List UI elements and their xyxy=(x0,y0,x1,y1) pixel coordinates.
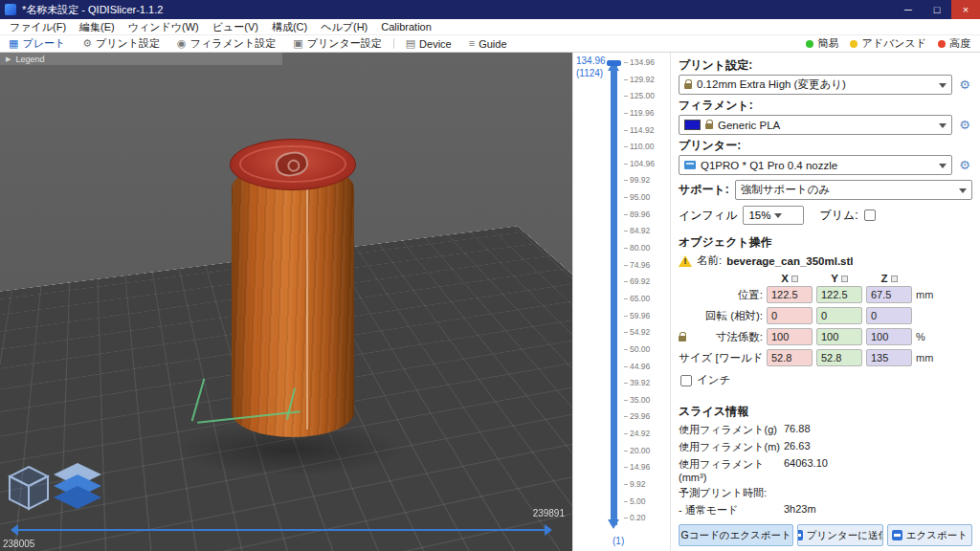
scale-x-field[interactable]: 100 xyxy=(767,328,813,345)
filament-gear-icon[interactable]: ⚙ xyxy=(957,119,972,131)
horizontal-range-slider[interactable] xyxy=(15,529,547,531)
printer-gear-icon[interactable]: ⚙ xyxy=(957,159,972,171)
position-z-field[interactable]: 67.5 xyxy=(866,286,912,303)
layer-tick-labels: 134.96 129.92 125.00 119.96 114.92 110.0… xyxy=(624,58,655,522)
mode-advanced[interactable]: アドバンスド xyxy=(850,36,926,51)
menu-configuration[interactable]: 構成(C) xyxy=(265,20,314,34)
scale-z-field[interactable]: 100 xyxy=(866,328,912,345)
tick-label: 59.96 xyxy=(624,312,655,320)
print-settings-label: プリント設定: xyxy=(679,57,972,74)
brim-checkbox[interactable] xyxy=(864,209,876,221)
mode-simple[interactable]: 簡易 xyxy=(806,36,838,51)
size-y-field[interactable]: 52.8 xyxy=(816,349,862,366)
sliced-info-title: スライス情報 xyxy=(679,404,972,420)
filament-select[interactable]: Generic PLA xyxy=(679,115,952,135)
size-z-field[interactable]: 135 xyxy=(866,349,912,366)
tab-device-label: Device xyxy=(419,38,452,50)
scale-y-field[interactable]: 100 xyxy=(816,328,862,345)
printer-select[interactable]: Q1PRO * Q1 Pro 0.4 nozzle xyxy=(679,155,952,175)
rotation-y-field[interactable]: 0 xyxy=(816,307,862,324)
menu-help[interactable]: ヘルプ(H) xyxy=(314,20,374,34)
view-cube-icon[interactable] xyxy=(8,465,50,511)
tab-printer-settings[interactable]: ▣ プリンター設定 xyxy=(284,35,390,52)
inches-checkbox[interactable] xyxy=(680,375,692,386)
menu-file[interactable]: ファイル(F) xyxy=(3,20,73,34)
app-icon xyxy=(5,4,16,15)
export-icon xyxy=(892,530,902,540)
mode-advanced-label: アドバンスド xyxy=(861,36,926,51)
legend-header[interactable]: ▶ Legend xyxy=(0,53,282,65)
chevron-down-icon xyxy=(939,83,947,92)
can-seam xyxy=(306,169,308,430)
tab-divider xyxy=(393,38,394,49)
tick-label: 129.92 xyxy=(624,76,655,84)
tab-print-settings[interactable]: ⚙ プリント設定 xyxy=(74,35,168,52)
export-gcode-button[interactable]: Gコードのエクスポート xyxy=(679,524,793,546)
axis-x-header: X xyxy=(767,273,813,284)
print-settings-select[interactable]: 0.12mm Extra High (変更あり) xyxy=(679,75,952,95)
plate-icon: ▦ xyxy=(9,38,18,49)
axis-z-header: Z xyxy=(866,273,912,284)
size-label: サイズ [ワールド]: xyxy=(679,351,763,365)
infill-value: 15% xyxy=(748,209,770,221)
scale-label: 寸法係数: xyxy=(679,330,763,344)
infill-select[interactable]: 15% xyxy=(743,206,804,225)
print-settings-gear-icon[interactable]: ⚙ xyxy=(957,78,972,91)
tick-label: 50.00 xyxy=(624,345,655,354)
viewport-3d[interactable]: ▶ Legend 238005 239891 xyxy=(0,53,572,551)
tick-label: 44.96 xyxy=(624,363,655,371)
size-unit: mm xyxy=(916,352,941,364)
position-x-field[interactable]: 122.5 xyxy=(767,286,813,303)
warning-icon[interactable] xyxy=(679,255,692,267)
filament-used-g-label: 使用フィラメント(g) xyxy=(679,423,784,437)
tab-device[interactable]: ▤ Device xyxy=(397,35,460,52)
rotation-x-field[interactable]: 0 xyxy=(767,307,813,324)
menu-calibration[interactable]: Calibration xyxy=(374,21,438,33)
menu-edit[interactable]: 編集(E) xyxy=(73,20,122,34)
filament-used-mm3-row: 使用フィラメント(mm³) 64063.10 xyxy=(679,457,972,483)
filament-label: フィラメント: xyxy=(679,98,972,114)
position-y-field[interactable]: 122.5 xyxy=(816,286,862,303)
scale-lock-icon[interactable] xyxy=(679,336,686,342)
tab-guide[interactable]: ≡ Guide xyxy=(460,35,516,52)
brim-label: ブリム: xyxy=(819,208,858,224)
layer-slider-bar[interactable] xyxy=(611,65,617,525)
tab-filament-settings[interactable]: ◉ フィラメント設定 xyxy=(168,35,284,52)
filament-color-swatch xyxy=(684,120,701,130)
top-layer-number: (1124) xyxy=(576,67,606,79)
tab-print-settings-label: プリント設定 xyxy=(96,36,160,51)
send-to-printer-button[interactable]: プリンターに送信 xyxy=(797,524,882,546)
can-top xyxy=(230,139,356,190)
maximize-button[interactable]: □ xyxy=(923,0,951,19)
tick-label: 0.20 xyxy=(624,514,655,522)
print-settings-value: 0.12mm Extra High (変更あり) xyxy=(697,77,934,92)
mode-expert-label: 高度 xyxy=(949,36,970,51)
inches-label: インチ xyxy=(697,373,730,387)
menu-view[interactable]: ビュー(V) xyxy=(206,20,265,34)
normal-mode-value: 3h23m xyxy=(784,503,972,518)
tick-label: 24.92 xyxy=(624,430,655,438)
estimated-time-label: 予測プリント時間: xyxy=(679,486,784,500)
menu-window[interactable]: ウィンドウ(W) xyxy=(122,20,206,34)
support-label: サポート: xyxy=(679,182,729,198)
rotation-z-field[interactable]: 0 xyxy=(866,307,912,324)
mode-expert[interactable]: 高度 xyxy=(938,36,970,51)
viewport-value-left: 238005 xyxy=(3,539,34,549)
mode-advanced-dot-icon xyxy=(850,40,858,48)
size-x-field[interactable]: 52.8 xyxy=(767,349,813,366)
position-row: 位置: 122.5 122.5 67.5 mm xyxy=(679,286,972,303)
close-button[interactable]: × xyxy=(951,0,980,19)
minimize-button[interactable]: ─ xyxy=(894,0,923,19)
export-button[interactable]: エクスポート xyxy=(887,524,972,546)
position-label: 位置: xyxy=(679,288,763,302)
legend-label: Legend xyxy=(15,55,44,64)
layers-view-icon[interactable] xyxy=(52,461,103,515)
menu-bar: ファイル(F) 編集(E) ウィンドウ(W) ビュー(V) 構成(C) ヘルプ(… xyxy=(0,19,980,35)
tick-label: 35.00 xyxy=(624,396,655,405)
support-select[interactable]: 強制サポートのみ xyxy=(735,180,972,200)
tick-label: 80.00 xyxy=(624,244,655,253)
tick-label: 5.00 xyxy=(624,497,655,506)
filament-value: Generic PLA xyxy=(718,120,934,131)
tab-plate[interactable]: ▦ プレート xyxy=(0,35,74,52)
layer-slider-handle[interactable] xyxy=(607,60,621,66)
